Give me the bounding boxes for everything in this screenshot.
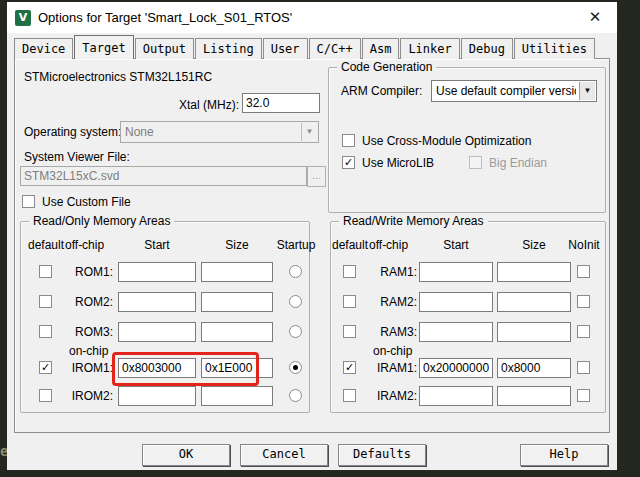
arm-compiler-label: ARM Compiler:	[341, 84, 422, 98]
browse-button: ...	[307, 166, 326, 187]
iram2-start-input[interactable]	[419, 386, 493, 406]
close-icon[interactable]: ✕	[586, 8, 604, 26]
irom1-size-input[interactable]	[201, 358, 273, 378]
irom2-start-input[interactable]	[118, 386, 196, 406]
rom3-startup-radio[interactable]	[289, 325, 302, 338]
tab-debug[interactable]: Debug	[461, 38, 513, 59]
column-header-startup: Startup	[267, 238, 325, 252]
irom1-startup-radio[interactable]	[289, 361, 302, 374]
ram3-row: RAM3:	[331, 322, 605, 342]
system-viewer-file-label: System Viewer File:	[24, 150, 130, 164]
use-custom-file-checkbox[interactable]	[22, 195, 35, 208]
onchip-label: on-chip	[69, 344, 108, 358]
iram1-default-checkbox[interactable]: ✓	[343, 361, 356, 374]
help-button[interactable]: Help	[520, 444, 608, 466]
uvision-logo-icon: V	[15, 10, 31, 26]
irom1-label: IROM1:	[55, 361, 113, 375]
column-header-default: default	[28, 238, 64, 252]
use-cross-module-optimization-checkbox[interactable]	[342, 134, 355, 147]
defaults-button[interactable]: Defaults	[338, 444, 426, 466]
tab-listing[interactable]: Listing	[195, 38, 262, 59]
column-header-size: Size	[201, 238, 273, 252]
rom1-start-input[interactable]	[118, 262, 196, 282]
irom1-start-input[interactable]	[118, 358, 196, 378]
ram2-default-checkbox[interactable]	[343, 295, 356, 308]
ram2-start-input[interactable]	[419, 292, 493, 312]
xtal-input[interactable]	[242, 93, 320, 113]
chevron-down-icon[interactable]: ▼	[579, 82, 595, 100]
irom2-startup-radio[interactable]	[289, 389, 302, 402]
cancel-button[interactable]: Cancel	[240, 444, 328, 466]
iram2-size-input[interactable]	[497, 386, 571, 406]
irom1-default-checkbox[interactable]: ✓	[39, 361, 52, 374]
rom2-startup-radio[interactable]	[289, 295, 302, 308]
ram1-size-input[interactable]	[497, 262, 571, 282]
big-endian-label: Big Endian	[489, 156, 547, 170]
rom1-size-input[interactable]	[201, 262, 273, 282]
rom3-label: ROM3:	[55, 325, 113, 339]
iram1-noinit-checkbox[interactable]	[577, 361, 590, 374]
irom2-size-input[interactable]	[201, 386, 273, 406]
rom3-default-checkbox[interactable]	[39, 325, 52, 338]
iram1-size-input[interactable]	[497, 358, 571, 378]
rom2-default-checkbox[interactable]	[39, 295, 52, 308]
ram3-noinit-checkbox[interactable]	[577, 325, 590, 338]
rom3-start-input[interactable]	[118, 322, 196, 342]
ram3-default-checkbox[interactable]	[343, 325, 356, 338]
device-name-label: STMicroelectronics STM32L151RC	[24, 70, 212, 84]
irom2-row: IROM2:	[21, 386, 309, 406]
use-custom-file-label: Use Custom File	[42, 195, 131, 209]
ok-button[interactable]: OK	[142, 444, 230, 466]
ram1-start-input[interactable]	[419, 262, 493, 282]
iram1-label: IRAM1:	[359, 361, 417, 375]
iram2-label: IRAM2:	[359, 389, 417, 403]
tab-output[interactable]: Output	[135, 38, 194, 59]
irom2-label: IROM2:	[55, 389, 113, 403]
ram2-row: RAM2:	[331, 292, 605, 312]
tab-utilities[interactable]: Utilities	[514, 38, 595, 59]
iram1-start-input[interactable]	[419, 358, 493, 378]
ram1-row: RAM1:	[331, 262, 605, 282]
iram2-noinit-checkbox[interactable]	[577, 389, 590, 402]
operating-system-value: None	[125, 125, 298, 139]
target-tab-page: STMicroelectronics STM32L151RC Xtal (MHz…	[14, 58, 610, 433]
tab-device[interactable]: Device	[14, 38, 73, 59]
read-write-memory-areas-title: Read/Write Memory Areas	[339, 214, 488, 228]
window-title: Options for Target 'Smart_Lock_S01_RTOS'	[38, 10, 292, 25]
tab-user[interactable]: User	[263, 38, 308, 59]
tab-linker[interactable]: Linker	[400, 38, 459, 59]
arm-compiler-select[interactable]: Use default compiler version 5 ▼	[431, 80, 597, 102]
irom2-default-checkbox[interactable]	[39, 389, 52, 402]
chevron-down-icon: ▼	[301, 123, 317, 141]
rom1-default-checkbox[interactable]	[39, 265, 52, 278]
ram1-default-checkbox[interactable]	[343, 265, 356, 278]
rom2-start-input[interactable]	[118, 292, 196, 312]
column-header-off-chip: off-chip	[369, 238, 408, 252]
column-header-off-chip: off-chip	[65, 238, 104, 252]
tab-asm[interactable]: Asm	[362, 38, 400, 59]
tab-target[interactable]: Target	[74, 35, 133, 59]
ram2-noinit-checkbox[interactable]	[577, 295, 590, 308]
rom3-row: ROM3:	[21, 322, 309, 342]
rom3-size-input[interactable]	[201, 322, 273, 342]
use-microlib-label: Use MicroLIB	[362, 156, 434, 170]
rom1-row: ROM1:	[21, 262, 309, 282]
onchip-label: on-chip	[373, 344, 412, 358]
use-microlib-checkbox[interactable]: ✓	[342, 156, 355, 169]
iram2-default-checkbox[interactable]	[343, 389, 356, 402]
rom1-startup-radio[interactable]	[289, 265, 302, 278]
titlebar[interactable]: V Options for Target 'Smart_Lock_S01_RTO…	[7, 2, 617, 33]
rom2-size-input[interactable]	[201, 292, 273, 312]
ram2-size-input[interactable]	[497, 292, 571, 312]
xtal-label: Xtal (MHz):	[125, 98, 239, 112]
ram3-size-input[interactable]	[497, 322, 571, 342]
arm-compiler-value: Use default compiler version 5	[436, 84, 576, 98]
ram3-start-input[interactable]	[419, 322, 493, 342]
read-write-memory-areas-group: Read/Write Memory Areas defaultoff-chipS…	[330, 221, 606, 413]
column-header-start: Start	[419, 238, 493, 252]
tab-c-c[interactable]: C/C++	[309, 38, 361, 59]
ram3-label: RAM3:	[359, 325, 417, 339]
iram2-row: IRAM2:	[331, 386, 605, 406]
operating-system-select: None ▼	[120, 121, 319, 143]
ram1-noinit-checkbox[interactable]	[577, 265, 590, 278]
